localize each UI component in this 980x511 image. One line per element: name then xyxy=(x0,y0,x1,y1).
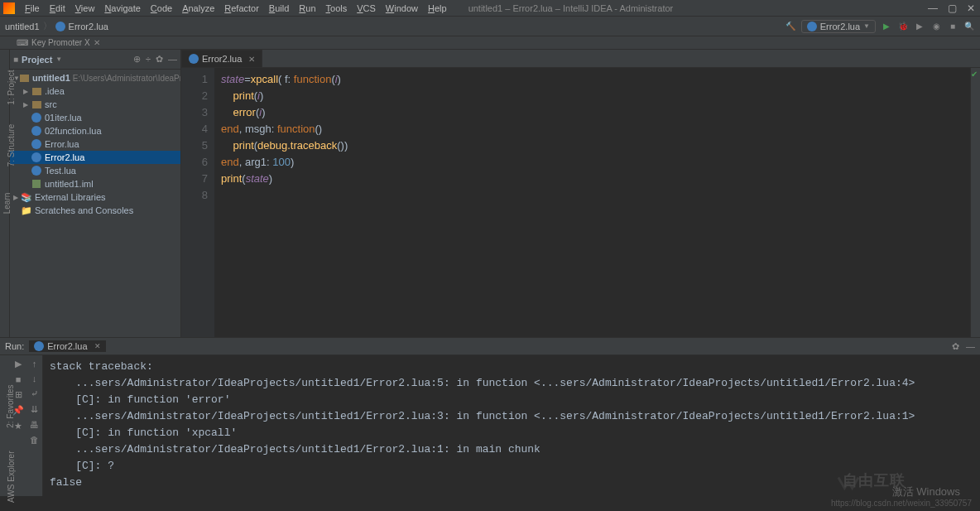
close-icon[interactable]: ✕ xyxy=(94,342,101,350)
menu-view[interactable]: View xyxy=(70,3,100,13)
chevron-down-icon[interactable]: ▼ xyxy=(55,55,62,63)
rerun-icon[interactable]: ▶ xyxy=(15,359,22,369)
menu-file[interactable]: File xyxy=(20,3,45,13)
code-area[interactable]: 12345678 state=xpcall( f: function(i) pr… xyxy=(181,68,980,337)
nav-bar: untitled1 〉 Error2.lua 🔨 Error2.lua ▼ ▶ … xyxy=(0,17,980,36)
menu-refactor[interactable]: Refactor xyxy=(219,3,264,13)
sidetab-aws[interactable]: AWS Explorer xyxy=(7,451,16,503)
debug-icon[interactable]: 🐞 xyxy=(897,21,909,32)
profile-icon[interactable]: ◉ xyxy=(930,21,942,32)
menu-edit[interactable]: Edit xyxy=(45,3,70,13)
collapse-icon[interactable]: ÷ xyxy=(146,54,151,65)
project-panel: ■ Project ▼ ⊕ ÷ ✿ — ▼untitled1 E:\Users\… xyxy=(10,50,181,337)
clear-icon[interactable]: 🗑 xyxy=(30,435,39,445)
code-content[interactable]: state=xpcall( f: function(i) print(i) er… xyxy=(214,68,970,337)
menu-code[interactable]: Code xyxy=(146,3,177,13)
stop-icon[interactable]: ■ xyxy=(947,21,958,32)
layout-icon[interactable]: ⊞ xyxy=(15,389,22,400)
search-icon[interactable]: 🔍 xyxy=(963,21,975,32)
left-tool-strip-lower: 2: Favorites AWS Explorer xyxy=(0,355,10,496)
tree-item[interactable]: Error.lua xyxy=(10,137,180,151)
tree-item[interactable]: ▶.idea xyxy=(10,84,180,98)
close-icon[interactable]: ✕ xyxy=(94,38,100,47)
settings-icon[interactable]: ✿ xyxy=(156,54,163,65)
run-label: Run: xyxy=(5,341,24,351)
run-header: Run: Error2.lua ✕ ✿ — xyxy=(0,337,980,355)
menu-vcs[interactable]: VCS xyxy=(352,3,381,13)
sidetab-project[interactable]: 1: Project xyxy=(7,70,16,104)
coverage-icon[interactable]: ▶ xyxy=(914,21,925,32)
stop-icon[interactable]: ■ xyxy=(16,374,22,384)
sidetab-learn[interactable]: Learn xyxy=(2,193,12,215)
print-icon[interactable]: 🖶 xyxy=(30,420,39,430)
menu-help[interactable]: Help xyxy=(423,3,452,13)
tree-item[interactable]: 02function.lua xyxy=(10,124,180,137)
maximize-icon[interactable]: ▢ xyxy=(948,2,957,14)
tree-item[interactable]: Test.lua xyxy=(10,164,180,177)
menu-navigate[interactable]: Navigate xyxy=(99,3,145,13)
inspection-ok-icon[interactable]: ✔ xyxy=(971,70,978,79)
chevron-down-icon: ▼ xyxy=(863,22,870,30)
lua-icon xyxy=(34,341,44,351)
chevron-right-icon: 〉 xyxy=(43,20,52,32)
scroll-icon[interactable]: ⇊ xyxy=(31,404,38,415)
gutter: 12345678 xyxy=(181,68,214,337)
hide-icon[interactable]: — xyxy=(966,341,975,352)
build-icon[interactable]: 🔨 xyxy=(785,21,796,32)
breadcrumb[interactable]: untitled1 〉 Error2.lua xyxy=(5,20,108,32)
run-icon[interactable]: ▶ xyxy=(881,21,892,32)
editor-tab[interactable]: Error2.lua✕ xyxy=(181,50,262,67)
sidetab-favorites[interactable]: 2: Favorites xyxy=(6,385,15,428)
run-toolbar-2: ↑ ↓ ⤶ ⇊ 🖶 🗑 xyxy=(26,355,43,496)
editor-tabs: Error2.lua✕ xyxy=(181,50,980,68)
lua-icon xyxy=(807,22,817,31)
menu-analyze[interactable]: Analyze xyxy=(177,3,219,13)
tree-item[interactable]: untitled1.iml xyxy=(10,177,180,190)
key-promoter-bar: ⌨ Key Promoter X ✕ xyxy=(0,36,980,50)
sidetab-structure[interactable]: 7: Structure xyxy=(7,124,16,167)
breadcrumb-file[interactable]: Error2.lua xyxy=(69,22,108,31)
console-output[interactable]: stack traceback: ...sers/Administrator/I… xyxy=(43,355,980,496)
minimize-icon[interactable]: — xyxy=(928,2,938,14)
hide-icon[interactable]: — xyxy=(168,54,177,65)
tree-item[interactable]: 01iter.lua xyxy=(10,111,180,124)
menu-window[interactable]: Window xyxy=(381,3,423,13)
tree-item[interactable]: ▶src xyxy=(10,98,180,111)
lua-icon xyxy=(55,22,65,31)
up-icon[interactable]: ↑ xyxy=(32,359,37,369)
wrap-icon[interactable]: ⤶ xyxy=(31,388,38,399)
left-tool-strip: 1: Project 7: Structure Learn xyxy=(0,50,10,337)
menu-bar: FileEditViewNavigateCodeAnalyzeRefactorB… xyxy=(0,0,980,17)
lua-icon xyxy=(189,54,199,64)
down-icon[interactable]: ↓ xyxy=(32,374,37,383)
run-config-selector[interactable]: Error2.lua ▼ xyxy=(801,20,876,33)
app-icon xyxy=(3,2,15,14)
menu-tools[interactable]: Tools xyxy=(321,3,353,13)
breadcrumb-root[interactable]: untitled1 xyxy=(5,22,40,31)
editor: Error2.lua✕ 12345678 state=xpcall( f: fu… xyxy=(181,50,980,337)
tree-root[interactable]: ▼untitled1 E:\Users\Administrator\IdeaPr… xyxy=(10,71,180,84)
run-panel: 2: Favorites AWS Explorer ▶ ■ ⊞ 📌 ★ ↑ ↓ … xyxy=(0,355,980,496)
project-title: Project xyxy=(22,55,52,65)
project-header: ■ Project ▼ ⊕ ÷ ✿ — xyxy=(10,50,180,70)
project-tree[interactable]: ▼untitled1 E:\Users\Administrator\IdeaPr… xyxy=(10,70,180,337)
locate-icon[interactable]: ⊕ xyxy=(133,54,141,65)
tree-scratches[interactable]: 📁Scratches and Consoles xyxy=(10,204,180,217)
window-title: untitled1 – Error2.lua – IntelliJ IDEA -… xyxy=(468,3,674,13)
menu-run[interactable]: Run xyxy=(294,3,320,13)
editor-stripe: ✔ xyxy=(970,68,980,337)
settings-icon[interactable]: ✿ xyxy=(952,341,959,352)
star-icon[interactable]: ★ xyxy=(14,421,22,431)
tree-ext-lib[interactable]: ▶📚External Libraries xyxy=(10,190,180,204)
watermark-blog: https://blog.csdn.net/weixin_33950757 xyxy=(831,499,972,508)
run-tab[interactable]: Error2.lua ✕ xyxy=(29,340,105,352)
menu-build[interactable]: Build xyxy=(264,3,294,13)
close-icon[interactable]: ✕ xyxy=(967,2,975,14)
close-icon[interactable]: ✕ xyxy=(248,55,255,64)
tree-item[interactable]: Error2.lua xyxy=(10,151,180,164)
